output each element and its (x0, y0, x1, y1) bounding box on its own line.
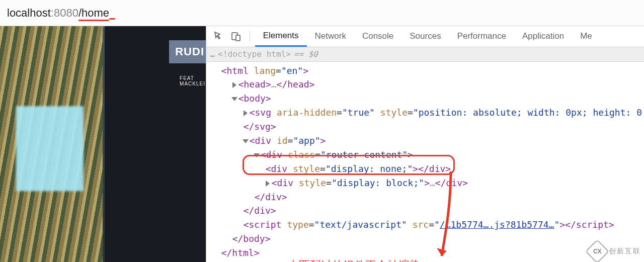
url-bar[interactable]: localhost:8080/home (0, 0, 644, 26)
dom-node[interactable]: <div (250, 135, 271, 146)
devtools-toolbar: Elements Network Console Sources Perform… (206, 26, 644, 47)
tab-console[interactable]: Console (354, 26, 401, 47)
collapse-icon[interactable] (231, 97, 237, 101)
tab-sources[interactable]: Sources (401, 26, 449, 47)
album-title: RUDI (169, 40, 206, 63)
album-card[interactable] (0, 26, 103, 262)
dom-node[interactable]: <head> (238, 79, 271, 90)
url-text: localhost:8080/home (7, 7, 115, 20)
dom-tree[interactable]: <html lang="en"> <head>…</head> <body> <… (206, 62, 644, 262)
tab-network[interactable]: Network (307, 26, 354, 47)
expand-icon[interactable] (244, 110, 248, 116)
watermark: CX 创新互联 (589, 243, 641, 260)
collapse-icon[interactable] (243, 139, 249, 143)
dom-node[interactable]: <div (261, 149, 282, 160)
svg-rect-1 (236, 35, 240, 41)
device-icon[interactable] (230, 31, 242, 42)
dom-breadcrumb[interactable]: … <!doctype html> == $0 (206, 47, 644, 62)
inspect-icon[interactable] (213, 31, 224, 42)
dom-node[interactable]: <div (272, 178, 293, 188)
dom-node[interactable]: <body> (238, 93, 271, 104)
tab-application[interactable]: Application (514, 26, 572, 47)
expand-icon[interactable] (266, 181, 270, 187)
page-preview-pane: RUDI FEATMACKLEI MELANCHOLY MY DEAR (0, 26, 206, 262)
watermark-badge: CX (585, 239, 609, 262)
path-underline (78, 20, 109, 21)
dom-node-highlighted[interactable]: <div style="display: none;"></div> (210, 162, 642, 176)
tab-elements[interactable]: Elements (255, 26, 307, 47)
collapse-icon[interactable] (254, 153, 260, 157)
dom-node[interactable]: <svg (250, 107, 271, 118)
tab-performance[interactable]: Performance (449, 26, 514, 47)
annotation-text: 未匹配过的组件不会被渲染 (288, 257, 421, 262)
dom-node[interactable]: <html (221, 65, 249, 76)
album-card[interactable]: RUDI FEATMACKLEI (105, 26, 206, 262)
devtools-pane: Elements Network Console Sources Perform… (206, 26, 644, 262)
tab-more[interactable]: Me (572, 26, 600, 47)
album-subtitle: FEATMACKLEI (175, 73, 206, 89)
expand-icon[interactable] (232, 82, 236, 88)
dom-node[interactable]: <script (244, 219, 282, 230)
